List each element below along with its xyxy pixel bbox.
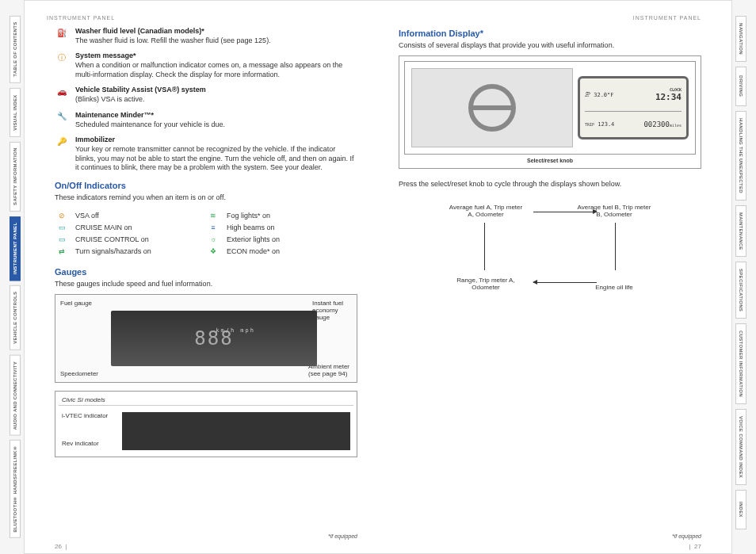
econ-icon: ❖: [206, 247, 220, 255]
gauges-heading: Gauges: [55, 267, 357, 277]
onoff-label: High beams on: [227, 224, 275, 231]
ivtec-label: i-VTEC indicator: [62, 412, 108, 419]
indicator-item: ⛽ Washer fluid level (Canadian models)*T…: [55, 27, 357, 45]
dashboard-graphic: [411, 68, 573, 147]
indicator-title: Maintenance Minder™*: [75, 111, 154, 119]
tab-driving[interactable]: DRIVING: [735, 67, 746, 106]
onoff-heading: On/Off Indicators: [55, 181, 357, 190]
fog-lights-icon: ≋: [206, 212, 220, 220]
cruise-control-icon: ▭: [55, 235, 69, 243]
tab-handling[interactable]: HANDLING THE UNEXPECTED: [735, 111, 746, 201]
civic-si-heading: Civic Si models: [59, 395, 353, 406]
onoff-label: Exterior lights on: [227, 235, 280, 243]
indicator-title: System message*: [75, 52, 136, 59]
indicator-title: Immobilizer: [75, 136, 115, 143]
indicator-item: 🔧 Maintenance Minder™*Scheduled maintena…: [55, 111, 357, 129]
indicator-desc: Your key or remote transmitter cannot be…: [75, 145, 354, 171]
civic-si-figure: Civic Si models i-VTEC indicator Rev ind…: [55, 391, 357, 457]
section-header-left: INSTRUMENT PANEL: [47, 15, 357, 21]
tab-safety[interactable]: SAFETY INFORMATION: [10, 142, 21, 212]
rev-label: Rev indicator: [62, 440, 99, 447]
turn-signals-icon: ⇄: [55, 247, 69, 255]
onoff-label: ECON mode* on: [227, 247, 280, 255]
tab-customer-info[interactable]: CUSTOMER INFORMATION: [735, 323, 746, 404]
indicator-desc: When a condition or malfunction indicato…: [75, 61, 342, 78]
indicator-item: ⓘ System message*When a condition or mal…: [55, 52, 357, 79]
page-num-left: 26 |: [55, 543, 67, 550]
speedometer-label: Speedometer: [60, 370, 98, 377]
arrow-icon: [533, 282, 597, 283]
instant-fuel-label: Instant fuel economy gauge: [312, 300, 352, 321]
indicator-item: 🔑 ImmobilizerYour key or remote transmit…: [55, 136, 357, 173]
arrow-icon: [484, 223, 485, 270]
cycle-b: Average fuel B, Trip meter B, Odometer: [575, 204, 654, 218]
tab-voice-command[interactable]: VOICE COMMAND INDEX: [735, 409, 746, 485]
section-header-right: INSTRUMENT PANEL: [399, 15, 701, 21]
steering-wheel-icon: [468, 84, 516, 132]
cycle-diagram: Average fuel A, Trip meter A, Odometer A…: [422, 204, 678, 291]
speed-units: km/h mph: [216, 327, 255, 334]
tab-bluetooth[interactable]: BLUETOOTH® HANDSFREELINK®: [10, 440, 21, 538]
tab-vehicle-controls[interactable]: VEHICLE CONTROLS: [10, 285, 21, 350]
exterior-lights-icon: ☼: [206, 235, 220, 243]
onoff-label: VSA off: [75, 212, 99, 220]
footnote-right: *if equipped: [672, 533, 701, 539]
civic-graphic: [122, 412, 350, 450]
tab-visual-index[interactable]: VISUAL INDEX: [10, 88, 21, 137]
cruise-main-icon: ▭: [55, 224, 69, 231]
pages: INSTRUMENT PANEL ⛽ Washer fluid level (C…: [24, 0, 732, 554]
arrow-icon: [533, 212, 597, 212]
indicator-title: Vehicle Stability Assist (VSA®) system: [75, 86, 206, 94]
tab-index[interactable]: INDEX: [735, 490, 746, 529]
info-heading: Information Display*: [399, 29, 701, 38]
right-sidebar: NAVIGATION DRIVING HANDLING THE UNEXPECT…: [732, 0, 756, 554]
onoff-grid: ⊘VSA off ▭CRUISE MAIN on ▭CRUISE CONTROL…: [55, 208, 357, 259]
onoff-label: CRUISE MAIN on: [75, 224, 132, 231]
tab-audio[interactable]: AUDIO AND CONNECTIVITY: [10, 355, 21, 436]
indicator-title: Washer fluid level (Canadian models)*: [75, 27, 204, 35]
info-figure: ⛈ 32.0°F CLOCK12:34 TRIP 123.4 002300mil…: [399, 55, 701, 169]
indicator-desc: Scheduled maintenance for your vehicle i…: [75, 120, 225, 128]
knob-label: Select/reset knob: [404, 158, 696, 163]
cycle-d: Engine oil life: [575, 284, 654, 291]
high-beams-icon: ≡: [206, 224, 220, 231]
cycle-a: Average fuel A, Trip meter A, Odometer: [446, 204, 525, 218]
page-num-right: | 27: [689, 543, 701, 550]
key-icon: 🔑: [56, 136, 67, 147]
footnote-left: *if equipped: [328, 533, 357, 539]
washer-fluid-icon: ⛽: [56, 27, 67, 38]
page-left: INSTRUMENT PANEL ⛽ Washer fluid level (C…: [25, 1, 378, 553]
info-icon: ⓘ: [56, 52, 67, 63]
wrench-icon: 🔧: [56, 111, 67, 122]
tab-specifications[interactable]: SPECIFICATIONS: [735, 262, 746, 319]
gauges-intro: These gauges include speed and fuel info…: [55, 280, 357, 288]
vsa-icon: 🚗: [56, 86, 67, 97]
press-text: Press the select/reset knob to cycle thr…: [399, 180, 701, 188]
fuel-gauge-label: Fuel gauge: [60, 300, 92, 307]
gauge-graphic: 888 km/h mph: [111, 311, 317, 366]
page-right: INSTRUMENT PANEL Information Display* Co…: [378, 1, 731, 553]
info-intro: Consists of several displays that provid…: [399, 41, 701, 49]
indicator-desc: (Blinks) VSA is active.: [75, 95, 145, 103]
onoff-label: CRUISE CONTROL on: [75, 235, 149, 243]
onoff-intro: These indicators remind you when an item…: [55, 193, 357, 201]
tab-maintenance[interactable]: MAINTENANCE: [735, 205, 746, 258]
indicator-desc: The washer fluid is low. Refill the wash…: [75, 36, 271, 44]
indicator-item: 🚗 Vehicle Stability Assist (VSA®) system…: [55, 86, 357, 104]
tab-instrument-panel[interactable]: INSTRUMENT PANEL: [10, 216, 21, 281]
page-container: TABLE OF CONTENTS VISUAL INDEX SAFETY IN…: [0, 0, 756, 554]
gauges-figure: Fuel gauge Speedometer Instant fuel econ…: [55, 294, 357, 383]
left-sidebar: TABLE OF CONTENTS VISUAL INDEX SAFETY IN…: [0, 0, 24, 554]
onoff-label: Turn signals/hazards on: [75, 247, 151, 255]
tab-toc[interactable]: TABLE OF CONTENTS: [10, 16, 21, 83]
arrow-icon: [615, 223, 616, 270]
vsa-off-icon: ⊘: [55, 212, 69, 220]
lcd-display: ⛈ 32.0°F CLOCK12:34 TRIP 123.4 002300mil…: [578, 76, 689, 139]
onoff-label: Fog lights* on: [227, 212, 270, 220]
cycle-c: Range, Trip meter A, Odometer: [446, 277, 525, 291]
tab-navigation[interactable]: NAVIGATION: [735, 16, 746, 62]
